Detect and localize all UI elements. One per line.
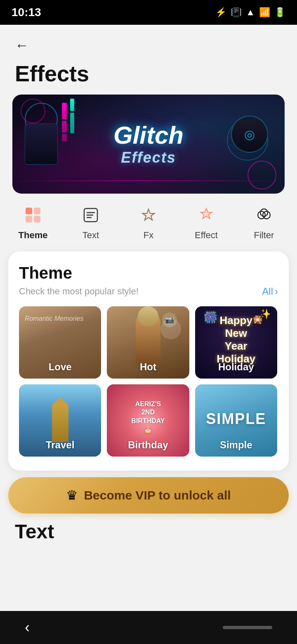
bottom-nav: ‹ — [0, 611, 297, 644]
theme-row-1: Love 📷 Hot 🎆 ✨ 🎇 — [19, 306, 278, 379]
theme-subrow: Check the most popular style! All › — [19, 286, 278, 297]
simple-label: Simple — [220, 439, 252, 451]
theme-simple[interactable]: SIMPLE Simple — [195, 384, 277, 457]
theme-all-link[interactable]: All › — [262, 286, 278, 297]
status-bar: 10:13 ⚡ 📳 ▲ 📶 🔋 — [0, 0, 297, 25]
chevron-right-icon: › — [275, 286, 278, 297]
page-title: Effects — [15, 61, 282, 86]
status-time: 10:13 — [12, 6, 41, 19]
tab-effect[interactable]: Effect — [186, 204, 227, 241]
glitch-banner: ◎ Glitch Effects — [12, 95, 285, 194]
birthday-label: Birthday — [128, 439, 168, 451]
theme-subtitle: Check the most popular style! — [19, 286, 139, 297]
header: ← Effects — [0, 25, 297, 90]
tab-text[interactable]: Text — [70, 204, 111, 241]
theme-card: Theme Check the most popular style! All … — [8, 251, 289, 471]
tab-theme[interactable]: Theme — [12, 204, 54, 241]
simple-text: SIMPLE — [206, 410, 266, 427]
banner-title: Glitch — [113, 122, 184, 149]
filter-icon — [252, 204, 276, 227]
nav-back-icon[interactable]: ‹ — [25, 619, 30, 636]
fx-icon — [137, 204, 160, 227]
status-icons: ⚡ 📳 ▲ 📶 🔋 — [215, 7, 285, 18]
signal-icon: 📶 — [259, 7, 270, 18]
main-content: ← Effects ◎ — [0, 25, 297, 555]
back-button[interactable]: ← — [15, 37, 29, 53]
theme-row-2: Travel AERIZ'S2ND BIRTHDAY🎂 Birthday SIM… — [19, 384, 278, 457]
fx-tab-label: Fx — [144, 230, 153, 241]
battery-icon: 🔋 — [274, 7, 285, 18]
love-label: Love — [49, 361, 72, 373]
vip-label: Become VIP to unlock all — [84, 488, 231, 502]
svg-rect-3 — [34, 216, 40, 223]
bluetooth-icon: ⚡ — [215, 7, 226, 18]
vip-button[interactable]: ♛ Become VIP to unlock all — [8, 477, 289, 514]
svg-rect-0 — [26, 208, 32, 214]
theme-tab-label: Theme — [19, 230, 48, 241]
vibrate-icon: 📳 — [231, 7, 242, 18]
nav-home-bar — [223, 626, 272, 629]
theme-icon — [21, 204, 45, 227]
crown-icon: ♛ — [66, 488, 78, 503]
tab-bar: Theme Text Fx — [0, 194, 297, 245]
banner-area: ◎ Glitch Effects — [0, 90, 297, 194]
theme-holiday[interactable]: 🎆 ✨ 🎇 HappyNew YearHoliday Holiday — [195, 306, 277, 379]
svg-rect-2 — [26, 216, 32, 223]
wifi-icon: ▲ — [246, 7, 255, 18]
theme-travel[interactable]: Travel — [19, 384, 101, 457]
effect-icon — [195, 204, 218, 227]
tab-filter[interactable]: Filter — [243, 204, 285, 241]
text-section-title: Text — [15, 520, 282, 543]
banner-text: Glitch Effects — [113, 122, 184, 166]
hot-label: Hot — [140, 361, 156, 373]
tab-fx[interactable]: Fx — [128, 204, 169, 241]
text-tab-label: Text — [82, 230, 99, 241]
holiday-text: HappyNew YearHoliday — [215, 314, 257, 366]
theme-birthday[interactable]: AERIZ'S2ND BIRTHDAY🎂 Birthday — [107, 384, 189, 457]
holiday-label: Holiday — [218, 361, 254, 373]
theme-section-title: Theme — [19, 264, 278, 282]
theme-hot[interactable]: 📷 Hot — [107, 306, 189, 379]
building-icon — [52, 405, 68, 442]
text-icon — [79, 204, 102, 227]
travel-label: Travel — [46, 439, 74, 451]
text-section: Text — [0, 520, 297, 555]
birthday-text: AERIZ'S2ND BIRTHDAY🎂 — [127, 400, 169, 434]
theme-love[interactable]: Love — [19, 306, 101, 379]
banner-subtitle: Effects — [113, 149, 184, 166]
svg-rect-1 — [34, 208, 40, 214]
filter-tab-label: Filter — [254, 230, 274, 241]
effect-tab-label: Effect — [195, 230, 218, 241]
